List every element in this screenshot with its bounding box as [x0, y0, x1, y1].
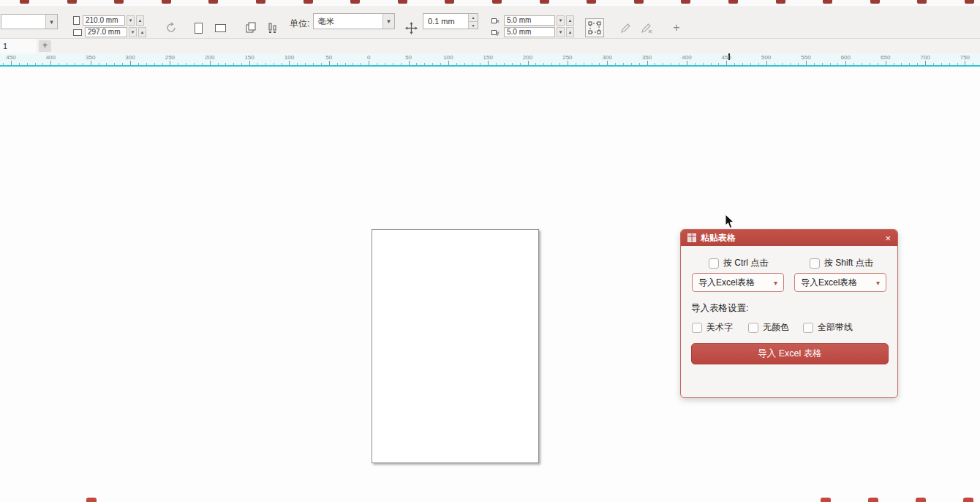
portrait-orientation-button[interactable]	[189, 18, 208, 37]
checkbox-icon[interactable]	[810, 258, 820, 269]
add-tool-icon[interactable]: +	[667, 18, 686, 37]
bounding-box-icon	[588, 21, 601, 34]
duplicate-distance-x-row: x 5.0 mm ▾ ▴	[491, 15, 574, 26]
page-height-row: 297.0 mm ▾ ▴	[73, 27, 146, 37]
app-window: ▾ 210.0 mm ▾ ▴ 297.0 mm ▾ ▴	[0, 0, 980, 502]
spinner-down-icon[interactable]: ▾	[469, 22, 478, 29]
dialog-body: 按 Ctrl 点击 按 Shift 点击 导入Excel表格 ▾ 导入Excel…	[681, 246, 897, 399]
height-decrease-icon[interactable]: ▾	[129, 27, 137, 37]
chevron-down-icon: ▾	[876, 279, 880, 287]
no-color-checkbox[interactable]: 无颜色	[748, 321, 789, 334]
shift-click-checkbox[interactable]: 按 Shift 点击	[810, 257, 873, 269]
page-height-input[interactable]: 297.0 mm	[85, 27, 127, 37]
units-dropdown[interactable]: 毫米 ▾	[313, 13, 395, 29]
checkbox-icon[interactable]	[709, 258, 719, 269]
import-mode-dropdown-right[interactable]: 导入Excel表格 ▾	[794, 273, 886, 292]
width-decrease-icon[interactable]: ▾	[127, 15, 135, 26]
pages-icon	[245, 22, 257, 34]
no-color-label: 无颜色	[763, 321, 789, 334]
property-bar: ▾ 210.0 mm ▾ ▴ 297.0 mm ▾ ▴	[0, 6, 980, 39]
dup-y-decrease-icon[interactable]: ▾	[557, 27, 565, 37]
checkbox-icon[interactable]	[748, 323, 758, 333]
rotate-page-icon[interactable]	[165, 22, 177, 34]
treat-as-filled-button[interactable]	[617, 18, 636, 37]
checkbox-icon[interactable]	[803, 323, 813, 333]
dropdown-left-value: 导入Excel表格	[698, 277, 755, 289]
dup-y-increase-icon[interactable]: ▴	[566, 27, 574, 37]
dup-x-decrease-icon[interactable]: ▾	[557, 15, 565, 26]
document-page[interactable]	[372, 229, 539, 463]
width-increase-icon[interactable]: ▴	[136, 15, 144, 26]
checkbox-icon[interactable]	[692, 323, 702, 333]
page-tab-bar: 1 +	[0, 39, 980, 53]
horizontal-ruler[interactable]: 4504003503002502001501005005010015020025…	[0, 53, 980, 67]
all-lines-label: 全部带线	[818, 321, 853, 334]
chevron-down-icon[interactable]: ▾	[382, 14, 394, 29]
page-width-icon	[73, 16, 80, 25]
close-icon[interactable]: ×	[885, 233, 891, 243]
nudge-offset-input[interactable]: 0.1 mm ▴ ▾	[423, 13, 478, 29]
import-mode-dropdown-left[interactable]: 导入Excel表格 ▾	[692, 273, 784, 292]
pen-cross-icon	[641, 22, 652, 34]
duplicate-distance-y-row: y 5.0 mm ▾ ▴	[491, 27, 574, 37]
all-pages-button[interactable]	[241, 18, 260, 37]
spinner-up-icon[interactable]: ▴	[469, 14, 478, 22]
pen-icon	[620, 22, 632, 34]
all-lines-checkbox[interactable]: 全部带线	[803, 321, 853, 334]
landscape-icon	[215, 24, 226, 32]
page-height-icon	[73, 29, 82, 36]
artistic-text-label: 美术字	[706, 321, 733, 334]
clipped-toolbar-icons	[0, 0, 980, 6]
chevron-down-icon: ▾	[774, 279, 777, 287]
artistic-text-checkbox[interactable]: 美术字	[692, 321, 733, 334]
nudge-offset-value: 0.1 mm	[423, 14, 468, 29]
ctrl-click-checkbox[interactable]: 按 Ctrl 点击	[709, 257, 768, 269]
page-size-preset-dropdown[interactable]: ▾	[1, 14, 58, 29]
duplicate-distance-x-input[interactable]: 5.0 mm	[504, 15, 555, 26]
import-excel-button[interactable]: 导入 Excel 表格	[691, 343, 889, 364]
duplicate-distance-y-input[interactable]: 5.0 mm	[504, 27, 555, 37]
dialog-title: 粘贴表格	[701, 232, 736, 244]
ctrl-click-label: 按 Ctrl 点击	[723, 257, 768, 269]
page-width-row: 210.0 mm ▾ ▴	[73, 15, 144, 26]
page-tab-1[interactable]: 1	[0, 39, 37, 53]
dup-x-increase-icon[interactable]: ▴	[566, 15, 574, 26]
table-icon	[687, 233, 696, 242]
outline-pen-button[interactable]	[637, 18, 656, 37]
shift-click-label: 按 Shift 点击	[824, 257, 873, 269]
duplicate-distance-y-icon: y	[491, 30, 502, 35]
nudge-offset-icon	[405, 22, 418, 34]
mouse-cursor	[725, 214, 736, 230]
units-value: 毫米	[314, 16, 382, 27]
chevron-down-icon[interactable]: ▾	[45, 15, 57, 29]
bounding-box-button[interactable]	[585, 18, 604, 37]
add-page-button[interactable]: +	[39, 40, 51, 52]
page-bars-icon	[267, 22, 279, 34]
portrait-icon	[195, 23, 203, 34]
landscape-orientation-button[interactable]	[211, 18, 230, 37]
page-width-input[interactable]: 210.0 mm	[83, 15, 125, 26]
current-page-button[interactable]	[263, 18, 282, 37]
dialog-titlebar[interactable]: 粘贴表格 ×	[681, 230, 897, 246]
units-label: 单位:	[290, 18, 309, 30]
dropdown-right-value: 导入Excel表格	[801, 277, 857, 289]
duplicate-distance-x-icon: x	[491, 18, 502, 23]
nudge-spinner: ▴ ▾	[468, 14, 478, 29]
paste-table-dialog: 粘贴表格 × 按 Ctrl 点击 按 Shift 点击 导入Excel表格 ▾ …	[680, 229, 898, 398]
height-increase-icon[interactable]: ▴	[138, 27, 146, 37]
clipped-palette-icons	[0, 497, 980, 502]
import-settings-label: 导入表格设置:	[691, 302, 748, 315]
